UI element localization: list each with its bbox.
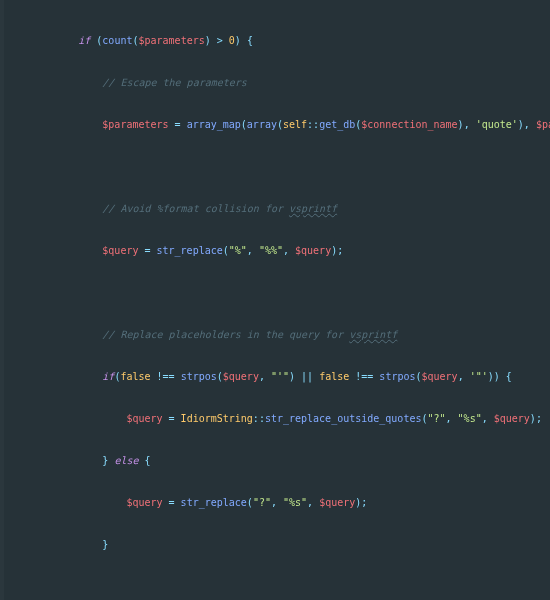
token-comment: vsprintf (349, 329, 397, 340)
token-punc: , (259, 371, 271, 382)
token-var: $parameters (138, 35, 204, 46)
token-kw: if (102, 371, 114, 382)
token-punc: , (458, 371, 470, 382)
token-var: $query (102, 245, 138, 256)
code-line[interactable]: // Escape the parameters (6, 76, 550, 90)
token-op: !== (349, 371, 379, 382)
token-op: :: (307, 119, 319, 130)
token-punc: , (247, 245, 259, 256)
token-cls: IdiormString (181, 413, 253, 424)
token-comment: vsprintf (289, 203, 337, 214)
code-line[interactable]: $query = IdiormString::str_replace_outsi… (6, 412, 550, 426)
code-line[interactable]: $query = str_replace("?", "%s", $query); (6, 496, 550, 510)
token-var: $query (319, 497, 355, 508)
indent (6, 413, 126, 424)
token-op: :: (253, 413, 265, 424)
code-line[interactable]: $parameters = array_map(array(self::get_… (6, 118, 550, 132)
indent (6, 35, 78, 46)
indent (6, 245, 102, 256)
editor-gutter (0, 0, 4, 600)
token-punc: ); (355, 497, 367, 508)
code-line[interactable]: if(false !== strpos($query, "'") || fals… (6, 370, 550, 384)
token-punc: )) { (488, 371, 512, 382)
indent (6, 455, 102, 466)
indent (6, 329, 102, 340)
token-op: || (295, 371, 319, 382)
indent (6, 371, 102, 382)
token-op: > (211, 35, 229, 46)
token-fn: get_db (319, 119, 355, 130)
token-var: $parameters (102, 119, 168, 130)
token-kw: if (78, 35, 96, 46)
token-punc: ), (518, 119, 536, 130)
token-var: $query (126, 413, 162, 424)
token-str: "%" (229, 245, 247, 256)
token-str: 'quote' (476, 119, 518, 130)
token-str: "'" (271, 371, 289, 382)
token-punc: { (138, 455, 150, 466)
token-op: = (163, 497, 181, 508)
token-var: $query (295, 245, 331, 256)
token-str: '"' (470, 371, 488, 382)
token-cls: false (319, 371, 349, 382)
code-line[interactable]: // Replace placeholders in the query for… (6, 328, 550, 342)
token-cls: false (120, 371, 150, 382)
token-punc: } (102, 539, 108, 550)
token-str: "%s" (283, 497, 307, 508)
token-str: "?" (253, 497, 271, 508)
token-comment: // Avoid %format collision for (102, 203, 289, 214)
token-comment: // Replace placeholders in the query for (102, 329, 349, 340)
code-line[interactable]: $query = str_replace("%", "%%", $query); (6, 244, 550, 258)
code-editor[interactable]: if (count($parameters) > 0) { // Escape … (0, 0, 550, 600)
code-line[interactable]: } else { (6, 454, 550, 468)
token-var: $query (126, 497, 162, 508)
code-line[interactable] (6, 286, 550, 300)
token-str: "%s" (458, 413, 482, 424)
token-var: $query (494, 413, 530, 424)
code-line[interactable]: // Avoid %format collision for vsprintf (6, 202, 550, 216)
code-line[interactable]: if (count($parameters) > 0) { (6, 34, 550, 48)
token-punc: , (271, 497, 283, 508)
token-punc: , (482, 413, 494, 424)
token-fn: count (102, 35, 132, 46)
indent (6, 203, 102, 214)
token-op: !== (151, 371, 181, 382)
token-punc: } (102, 455, 114, 466)
token-str: "?" (427, 413, 445, 424)
token-punc: ); (530, 413, 542, 424)
token-var: $parameters (536, 119, 550, 130)
token-fn: array (247, 119, 277, 130)
token-fn: str_replace (181, 497, 247, 508)
token-fn: strpos (379, 371, 415, 382)
token-op: = (169, 119, 187, 130)
token-punc: , (446, 413, 458, 424)
code-line[interactable] (6, 160, 550, 174)
code-area[interactable]: if (count($parameters) > 0) { // Escape … (6, 34, 550, 580)
token-var: $query (223, 371, 259, 382)
indent (6, 497, 126, 508)
token-cls: self (283, 119, 307, 130)
token-fn: str_replace (157, 245, 223, 256)
token-var: $connection_name (361, 119, 457, 130)
token-var: $query (422, 371, 458, 382)
code-line[interactable]: } (6, 538, 550, 552)
token-op: = (138, 245, 156, 256)
indent (6, 539, 102, 550)
indent (6, 77, 102, 88)
token-op: = (163, 413, 181, 424)
token-punc: ) { (235, 35, 253, 46)
token-comment: // Escape the parameters (102, 77, 247, 88)
indent (6, 119, 102, 130)
token-fn: array_map (187, 119, 241, 130)
token-kw: else (114, 455, 138, 466)
token-str: "%%" (259, 245, 283, 256)
token-fn: strpos (181, 371, 217, 382)
token-fn: str_replace_outside_quotes (265, 413, 422, 424)
token-punc: ), (458, 119, 476, 130)
token-punc: , (307, 497, 319, 508)
token-punc: , (283, 245, 295, 256)
token-punc: ); (331, 245, 343, 256)
